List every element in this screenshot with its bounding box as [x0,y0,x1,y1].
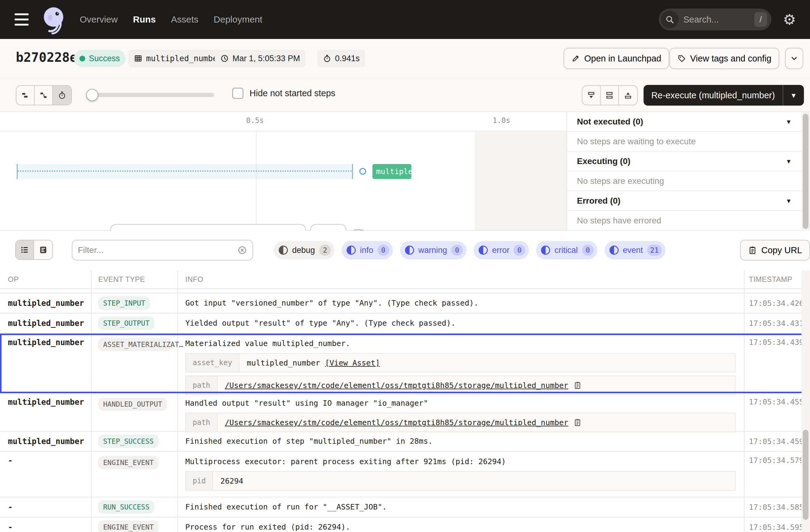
global-search[interactable]: / [659,9,771,30]
toggle-critical[interactable]: critical 0 [536,241,597,259]
reexecute-button[interactable]: Re-execute (multipled_number) ▾ [644,85,804,106]
count-badge: 21 [647,245,662,256]
gantt-toolbar: Hide not started steps Re-execute (multi… [0,78,810,112]
reexecute-dropdown-caret[interactable]: ▾ [783,85,804,106]
gantt-step-bar[interactable]: multiple… [372,164,411,179]
panel-scrollbar-thumb[interactable] [803,114,809,229]
view-flat-icon[interactable] [16,86,35,105]
settings-gear-icon[interactable]: ⚙ [783,11,796,28]
table-row[interactable]: - RUN_SUCCESS Finished execution of run … [0,497,810,517]
panel-layout-group [582,85,638,105]
search-input[interactable] [683,15,735,25]
asset-tag[interactable]: multipled_number [128,50,228,67]
copy-path-icon[interactable] [573,381,582,390]
section-errored[interactable]: Errored (0) ▾ [567,191,801,211]
log-list-view-icon[interactable] [16,240,34,259]
table-row[interactable]: multipled_number STEP_OUTPUT Yielded out… [0,313,810,334]
toggle-icon [541,246,550,255]
event-type-badge: STEP_OUTPUT [98,317,154,330]
path-link[interactable]: /Users/smackesey/stm/code/elementl/oss/t… [225,381,568,390]
hide-not-started-checkbox[interactable] [232,88,243,99]
toggle-info[interactable]: info 0 [342,241,393,259]
event-type-badge: STEP_SUCCESS [98,435,159,448]
chevron-down-icon [790,54,799,63]
collapse-down-icon[interactable] [582,86,601,105]
step-status-panel: Not executed (0) ▾ No steps are waiting … [567,112,801,230]
count-badge: 0 [451,245,463,256]
search-shortcut-badge: / [754,12,767,27]
success-dot-icon [79,56,85,62]
clipboard-icon [748,246,757,255]
event-type-badge: STEP_INPUT [98,296,150,310]
toggle-debug[interactable]: debug 2 [274,241,335,259]
tag-icon [677,54,686,63]
path-link[interactable]: /Users/smackesey/stm/code/elementl/oss/t… [225,418,568,427]
nav-deployment[interactable]: Deployment [214,14,262,25]
tick-label: 0.5s [241,116,269,125]
nav-overview[interactable]: Overview [80,14,118,25]
time-axis: 0.5s 1.0s [0,112,567,131]
copy-url-button[interactable]: Copy URL [740,240,810,260]
status-badge: Success [74,50,125,67]
table-row-selected[interactable]: multipled_number ASSET_MATERIALIZAT… Mat… [0,334,810,393]
hide-not-started-row: Hide not started steps [232,88,335,99]
log-filter-field [72,240,253,260]
gantt-after-run-region [475,132,567,230]
menu-icon[interactable] [15,13,30,26]
dependency-dashed-line [18,171,352,172]
toggle-icon [279,246,288,255]
toggle-warning[interactable]: warning 0 [400,241,467,259]
event-type-badge: ENGINE_EVENT [98,456,159,469]
section-executing[interactable]: Executing (0) ▾ [567,151,801,171]
metadata-row: path /Users/smackesey/stm/code/elementl/… [185,413,735,432]
toggle-error[interactable]: error 0 [474,241,529,259]
event-log-table: OP EVENT TYPE INFO TIMESTAMP multipled_n… [0,270,810,532]
table-row[interactable]: multipled_number HANDLED_OUTPUT Handled … [0,393,810,432]
count-badge: 2 [319,245,331,256]
view-timed-icon[interactable] [53,86,71,105]
col-timestamp: TIMESTAMP [744,270,809,289]
nav-runs[interactable]: Runs [133,14,156,25]
section-not-executed[interactable]: Not executed (0) ▾ [567,112,801,132]
clear-filter-icon[interactable] [237,245,247,255]
run-id: b270228e [16,50,77,65]
run-actions-chevron-button[interactable] [785,48,803,69]
toggle-icon [610,246,619,255]
table-row[interactable]: - ENGINE_EVENT Multiprocess executor: pa… [0,452,810,497]
run-header: b270228e Success multipled_number Mar 1,… [0,39,810,78]
tick-label: 1.0s [488,116,515,125]
split-panels-icon[interactable] [601,86,619,105]
zoom-slider-handle[interactable] [86,89,98,101]
step-waiting-band [17,164,353,179]
collapse-up-icon[interactable] [619,86,637,105]
event-type-badge: ENGINE_EVENT [98,520,159,532]
dagster-logo-icon[interactable] [39,4,68,35]
log-filter-input[interactable] [78,245,237,255]
zoom-slider-track[interactable] [89,93,214,97]
table-header: OP EVENT TYPE INFO TIMESTAMP [0,270,810,289]
log-view-mode-group [15,240,53,260]
count-badge: 0 [582,245,594,256]
col-event-type: EVENT TYPE [92,270,178,289]
event-type-badge: ASSET_MATERIALIZAT… [98,338,171,351]
view-asset-link[interactable]: [View Asset] [325,358,380,367]
table-row[interactable]: multipled_number STEP_INPUT Got input "v… [0,293,810,313]
nav-assets[interactable]: Assets [171,14,198,25]
view-tags-config-button[interactable]: View tags and config [669,48,779,69]
count-badge: 0 [514,245,525,256]
metadata-row: pid 26294 [185,471,735,490]
open-in-launchpad-button[interactable]: Open in Launchpad [564,48,669,69]
table-row[interactable]: multipled_number STEP_SUCCESS Finished e… [0,432,810,452]
log-level-toggles: debug 2 info 0 warning 0 error 0 critica… [274,241,665,259]
log-scrollbar-thumb[interactable] [803,430,809,520]
dagster-run-page: Overview Runs Assets Deployment / ⚙ b270… [0,0,810,532]
gantt-chart: 0.5s 1.0s multiple… [0,112,567,230]
log-structured-view-icon[interactable] [34,240,52,259]
stopwatch-icon [323,54,331,63]
table-row[interactable]: - ENGINE_EVENT Process for run exited (p… [0,517,810,532]
view-waterfall-icon[interactable] [35,86,53,105]
section-errored-empty: No steps have errored [567,211,801,231]
hide-not-started-label: Hide not started steps [249,88,335,98]
copy-path-icon[interactable] [573,418,582,427]
toggle-event[interactable]: event 21 [605,241,665,259]
